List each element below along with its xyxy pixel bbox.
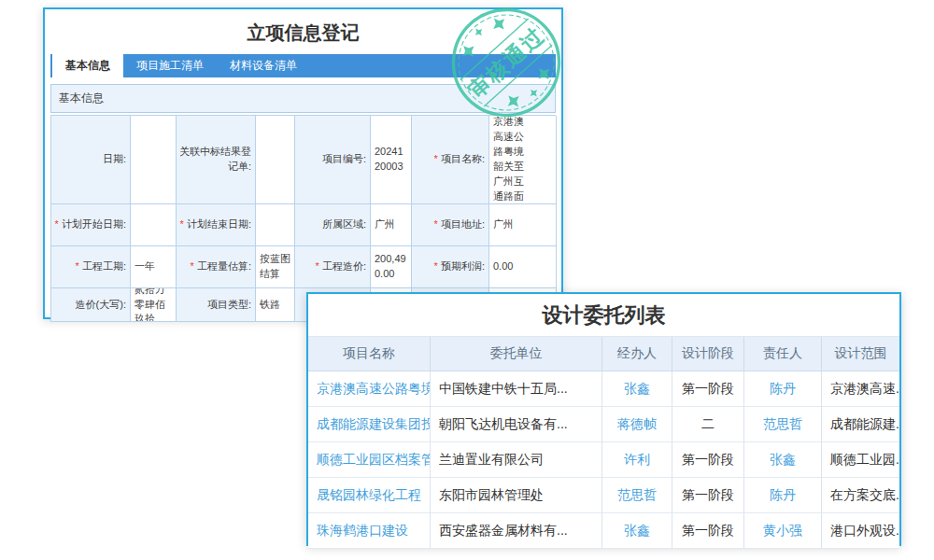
field-value-date	[131, 116, 177, 204]
field-value-project-name: 京港澳高速公路粤境韶关至广州互通路面	[489, 116, 557, 204]
field-label-project-cost: 工程造价:	[295, 246, 371, 288]
cell-design-stage: 二	[672, 407, 744, 442]
field-value-bid-result-form	[256, 116, 295, 204]
col-header-handler: 经办人	[602, 337, 672, 371]
project-link[interactable]: 晟铭园林绿化工程	[317, 487, 421, 504]
project-link[interactable]: 珠海鹤港口建设	[317, 523, 408, 539]
page-title: 立项信息登记	[45, 9, 561, 54]
field-value-project-address: 广州	[489, 204, 557, 246]
field-label-quantity-estimate: 工程量估算:	[177, 246, 256, 288]
cell-handler: 许利	[602, 442, 672, 478]
project-link[interactable]: 京港澳高速公路粤境...	[317, 381, 431, 398]
col-header-design-scope: 设计范围	[822, 337, 899, 371]
project-link[interactable]: 顺德工业园区档案管...	[317, 452, 431, 469]
field-label-region: 所属区域:	[295, 204, 371, 246]
field-label-plan-start-date: 计划开始日期:	[51, 204, 131, 246]
cell-owner: 张鑫	[744, 442, 822, 478]
cell-design-stage: 第一阶段	[672, 513, 744, 549]
field-value-cost-in-words: 贰拾万零肆佰玖拾	[131, 288, 177, 322]
cell-owner: 陈丹	[744, 478, 822, 513]
field-label-cost-in-words: 造价(大写):	[51, 288, 131, 322]
commission-list-panel: 设计委托列表 项目名称 委托单位 经办人 设计阶段 责任人 设计范围 京港澳高速…	[306, 292, 901, 546]
cell-handler: 张鑫	[602, 371, 672, 407]
cell-handler: 蒋德帧	[602, 407, 672, 442]
field-label-project-address: 项目地址:	[412, 204, 489, 246]
field-label-bid-result-form: 关联中标结果登记单:	[177, 116, 256, 204]
tab-construction-list[interactable]: 项目施工清单	[123, 54, 217, 77]
handler-link[interactable]: 张鑫	[624, 523, 650, 539]
handler-link[interactable]: 蒋德帧	[617, 416, 657, 433]
cell-owner: 黄小强	[744, 513, 822, 549]
field-label-expected-profit: 预期利润:	[412, 246, 489, 288]
section-header: 基本信息	[50, 84, 556, 113]
project-link[interactable]: 成都能源建设集团投...	[317, 416, 431, 433]
cell-project-name: 京港澳高速公路粤境...	[308, 371, 431, 407]
owner-link[interactable]: 黄小强	[763, 523, 802, 539]
field-label-date: 日期:	[51, 116, 131, 204]
cell-handler: 范思哲	[602, 478, 672, 513]
cell-client-unit: 东阳市园林管理处	[431, 478, 602, 513]
registration-form-panel: 立项信息登记 基本信息 项目施工清单 材料设备清单 基本信息 日期: 关联中标结…	[43, 7, 563, 319]
col-header-client-unit: 委托单位	[431, 337, 602, 371]
cell-design-scope: 京港澳高速...	[822, 371, 899, 407]
owner-link[interactable]: 范思哲	[763, 416, 802, 433]
field-value-duration: 一年	[131, 246, 177, 288]
handler-link[interactable]: 许利	[624, 452, 650, 469]
cell-design-scope: 在方案交底...	[822, 478, 899, 513]
cell-client-unit: 中国铁建中铁十五局...	[431, 371, 602, 407]
cell-design-scope: 顺德工业园...	[822, 442, 899, 478]
field-value-expected-profit: 0.00	[489, 246, 557, 288]
cell-owner: 范思哲	[744, 407, 822, 442]
field-value-region: 广州	[371, 204, 412, 246]
owner-link[interactable]: 张鑫	[770, 452, 796, 469]
owner-link[interactable]: 陈丹	[770, 487, 796, 504]
col-header-design-stage: 设计阶段	[672, 337, 744, 371]
cell-client-unit: 兰迪置业有限公司	[431, 442, 602, 478]
registration-form-table: 日期: 关联中标结果登记单: 项目编号: 2024120003 项目名称: 京港…	[50, 115, 556, 322]
cell-client-unit: 西安盛器金属材料有...	[431, 513, 602, 549]
list-title: 设计委托列表	[308, 294, 899, 336]
cell-owner: 陈丹	[744, 371, 822, 407]
handler-link[interactable]: 范思哲	[617, 487, 657, 504]
tab-basic-info[interactable]: 基本信息	[52, 51, 123, 77]
cell-project-name: 珠海鹤港口建设	[308, 513, 431, 549]
field-label-project-type: 项目类型:	[177, 288, 256, 322]
cell-design-stage: 第一阶段	[672, 442, 744, 478]
field-value-plan-start-date	[131, 204, 177, 246]
cell-design-stage: 第一阶段	[672, 478, 744, 513]
handler-link[interactable]: 张鑫	[624, 381, 650, 398]
commission-table: 项目名称 委托单位 经办人 设计阶段 责任人 设计范围 京港澳高速公路粤境...…	[308, 336, 899, 549]
field-label-duration: 工程工期:	[51, 246, 131, 288]
cell-client-unit: 朝阳飞达机电设备有...	[431, 407, 602, 442]
cell-design-stage: 第一阶段	[672, 371, 744, 407]
field-value-project-number: 2024120003	[371, 116, 412, 204]
field-value-project-cost: 200,490.00	[371, 246, 412, 288]
tab-material-equipment-list[interactable]: 材料设备清单	[217, 54, 310, 77]
field-label-project-name: 项目名称:	[412, 116, 489, 204]
col-header-owner: 责任人	[744, 337, 822, 371]
owner-link[interactable]: 陈丹	[770, 381, 796, 398]
cell-project-name: 顺德工业园区档案管...	[308, 442, 431, 478]
field-label-project-number: 项目编号:	[295, 116, 371, 204]
field-value-project-type: 铁路	[256, 288, 295, 322]
cell-handler: 张鑫	[602, 513, 672, 549]
tab-bar: 基本信息 项目施工清单 材料设备清单	[50, 54, 556, 77]
cell-design-scope: 港口外观设...	[822, 513, 899, 549]
cell-design-scope: 成都能源建...	[822, 407, 899, 442]
col-header-project-name: 项目名称	[308, 337, 431, 371]
field-value-plan-end-date	[256, 204, 295, 246]
field-value-quantity-estimate: 按蓝图结算	[256, 246, 295, 288]
cell-project-name: 成都能源建设集团投...	[308, 407, 431, 442]
field-label-plan-end-date: 计划结束日期:	[177, 204, 256, 246]
cell-project-name: 晟铭园林绿化工程	[308, 478, 431, 513]
